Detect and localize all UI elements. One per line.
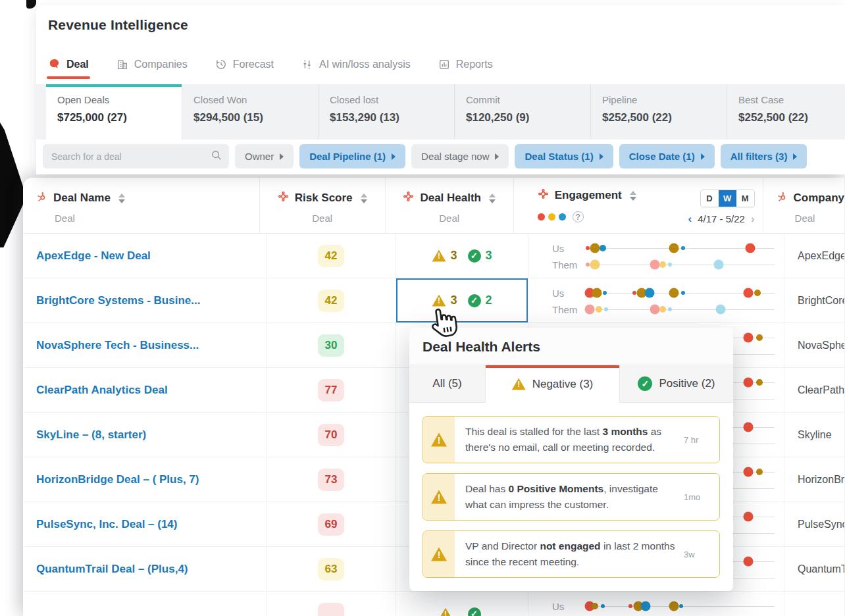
table-row: ApexEdge - New Deal4233UsThemApexEdge <box>23 234 845 278</box>
filter-close-date-1-[interactable]: Close Date (1) <box>619 144 715 168</box>
summary-cards: Open Deals$725,000 (27)Closed Won$294,50… <box>36 84 845 140</box>
forecast-clock-icon <box>215 59 227 70</box>
deal-search[interactable] <box>43 144 229 168</box>
tab-positive-alerts[interactable]: Positive (2) <box>620 365 733 403</box>
company-cell <box>784 592 845 616</box>
lane-label: Them <box>552 303 577 315</box>
deal-health-cell[interactable] <box>396 592 528 616</box>
risk-score-cell: 63 <box>267 547 396 591</box>
summary-card-value: $120,250 (9) <box>466 111 590 124</box>
risk-score-badge: 73 <box>318 469 344 491</box>
engagement-dot <box>756 469 763 475</box>
engagement-dot <box>659 306 666 313</box>
period-m[interactable]: M <box>736 190 754 207</box>
nav-tab-label: Reports <box>456 59 493 70</box>
sort-arrows-icon[interactable] <box>361 193 367 203</box>
engagement-dot <box>592 288 602 297</box>
risk-score-badge: 30 <box>318 334 344 357</box>
column-subtitle: Deal <box>55 213 259 224</box>
engagement-dot <box>713 259 723 269</box>
backdrop-shape <box>0 122 25 247</box>
alert-age: 7 hr <box>684 417 719 463</box>
positive-count: 2 <box>486 294 492 307</box>
buildings-icon <box>116 59 128 70</box>
company-cell: ApexEdge <box>784 234 845 278</box>
summary-card-closed-lost[interactable]: Closed lost$153,290 (13) <box>319 84 455 140</box>
deal-name-link[interactable]: ApexEdge - New Deal <box>23 234 267 278</box>
deal-health-cell[interactable]: 33 <box>396 234 528 278</box>
search-input[interactable] <box>51 151 211 162</box>
filter-all-filters-3-[interactable]: All filters (3) <box>721 144 807 168</box>
tab-all-alerts[interactable]: All (5) <box>409 365 486 403</box>
summary-card-best-case[interactable]: Best Case$252,500 (22) <box>727 84 845 140</box>
engagement-dot <box>641 601 651 611</box>
help-icon[interactable]: ? <box>573 211 584 222</box>
risk-score-cell: 70 <box>267 413 396 457</box>
column-title: Engagement <box>555 189 622 202</box>
filter-label: Owner <box>245 151 274 162</box>
warning-icon <box>439 608 453 616</box>
tab-negative-alerts[interactable]: Negative (3) <box>486 365 620 403</box>
column-header-risk-score[interactable]: Risk Score Deal <box>260 178 386 233</box>
warning-icon <box>431 490 447 504</box>
column-title: Risk Score <box>295 192 353 205</box>
engagement-lane: Us <box>528 240 784 256</box>
column-header-company[interactable]: Company Deal <box>763 178 845 233</box>
date-range-nav: ‹ 4/17 - 5/22 › <box>688 213 754 224</box>
column-subtitle: Deal <box>795 213 844 224</box>
alert-message: VP and Director not engaged in last 2 mo… <box>455 531 684 577</box>
period-d[interactable]: D <box>701 190 719 207</box>
nav-tab-label: Companies <box>134 59 188 70</box>
alert-icon-strip <box>423 474 455 520</box>
nav-tab-forecast[interactable]: Forecast <box>215 59 274 79</box>
period-toggle[interactable]: DWM <box>700 190 755 207</box>
deal-name-link[interactable] <box>23 592 267 616</box>
prev-range-chevron-icon[interactable]: ‹ <box>688 213 692 224</box>
deal-name-link[interactable]: HorizonBridge Deal – ( Plus, 7) <box>23 457 267 501</box>
engagement-dot <box>590 259 600 269</box>
filter-deal-pipeline-1-[interactable]: Deal Pipeline (1) <box>299 144 405 168</box>
positive-alerts: 2 <box>468 294 492 307</box>
filter-deal-stage-now[interactable]: Deal stage now <box>411 144 509 168</box>
nav-tab-companies[interactable]: Companies <box>116 59 188 79</box>
deal-name-link[interactable]: QuantumTrail Deal – (Plus,4) <box>23 547 267 591</box>
sort-arrows-icon[interactable] <box>489 193 496 203</box>
engagement-dot <box>681 291 685 295</box>
risk-score-badge: 42 <box>318 290 344 312</box>
nav-tab-ai-win-loss-analysis[interactable]: AI win/loss analysis <box>301 59 411 79</box>
column-header-engagement[interactable]: Engagement ? DWM ‹ 4/17 - 5/22 › <box>514 178 763 233</box>
sort-arrows-icon[interactable] <box>118 193 125 203</box>
lane-label: Us <box>552 242 564 253</box>
nav-tab-reports[interactable]: Reports <box>438 59 493 79</box>
summary-card-label: Commit <box>466 94 590 105</box>
sort-arrows-icon[interactable] <box>630 191 636 201</box>
deal-name-link[interactable]: BrightCore Systems - Busine... <box>23 278 267 322</box>
deal-name-link[interactable]: SkyLine – (8, starter) <box>23 413 267 457</box>
summary-card-label: Best Case <box>738 94 845 105</box>
nav-tab-deal[interactable]: Deal <box>48 58 89 79</box>
engagement-dot <box>754 290 761 296</box>
summary-card-open-deals[interactable]: Open Deals$725,000 (27) <box>46 84 182 140</box>
next-range-chevron-icon[interactable]: › <box>751 213 755 224</box>
deal-name-link[interactable]: ClearPath Analytics Deal <box>23 368 267 412</box>
deal-name-link[interactable]: PulseSync, Inc. Deal – (14) <box>23 502 267 546</box>
summary-card-pipeline[interactable]: Pipeline$252,500 (22) <box>591 84 727 140</box>
header-panel: Revenue Intelligence DealCompaniesForeca… <box>36 5 845 174</box>
column-subtitle: Deal <box>439 213 459 224</box>
filter-owner[interactable]: Owner <box>235 144 294 168</box>
summary-card-closed-won[interactable]: Closed Won$294,500 (15) <box>182 84 319 140</box>
gong-icon <box>403 191 414 205</box>
summary-card-commit[interactable]: Commit$120,250 (9) <box>455 84 591 140</box>
deal-health-alerts-popover: Deal Health Alerts All (5) Negative (3) … <box>409 328 733 591</box>
summary-card-value: $252,500 (22) <box>602 111 727 124</box>
filter-deal-status-1-[interactable]: Deal Status (1) <box>515 144 613 168</box>
engagement-dot <box>669 601 679 611</box>
deal-name-link[interactable]: NovaSphere Tech - Business... <box>23 323 267 367</box>
column-header-deal-name[interactable]: Deal Name Deal <box>23 178 260 233</box>
engagement-dot <box>744 511 754 521</box>
column-header-deal-health[interactable]: Deal Health Deal <box>386 178 514 233</box>
deal-health-cell[interactable]: 32 <box>396 278 528 322</box>
period-w[interactable]: W <box>719 190 736 207</box>
warning-icon <box>431 548 447 561</box>
tab-label: Negative (3) <box>532 378 594 391</box>
